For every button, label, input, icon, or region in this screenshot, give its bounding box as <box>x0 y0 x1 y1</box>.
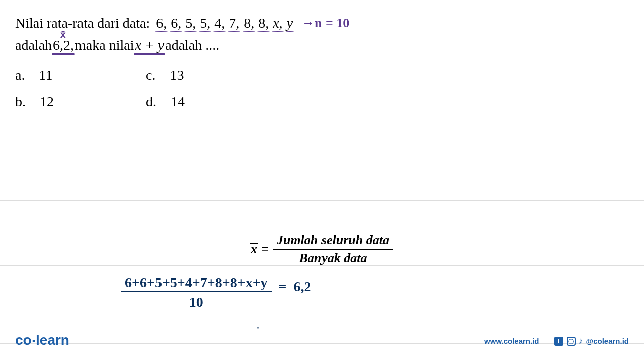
handwritten-equals: = <box>279 279 287 295</box>
brand-logo: co·learn <box>15 332 69 350</box>
question-prefix: Nilai rata-rata dari data: <box>15 15 150 31</box>
logo-dot: · <box>32 333 36 349</box>
annotation-n: n = 10 <box>315 16 349 31</box>
formula-fraction: Jumlah seluruh data Banyak data <box>273 233 393 266</box>
handwritten-equation: 6+6+5+5+4+7+8+8+x+y 10 = 6,2 <box>121 275 311 310</box>
social-links: f ◯ ♪ @colearn.id <box>554 336 629 346</box>
data-item: 8, <box>242 15 256 31</box>
option-letter: d. <box>146 94 156 110</box>
ruled-line <box>0 223 644 223</box>
formula-denominator: Banyak data <box>295 250 371 266</box>
formula-xbar: x <box>251 242 257 257</box>
mean-value: 6,2, <box>52 37 75 53</box>
formula-equals: = <box>261 242 269 257</box>
data-item: 6, <box>169 15 183 31</box>
expr-xplusy: x + y <box>134 37 165 53</box>
option-letter: a. <box>15 67 25 83</box>
question-content: Nilai rata-rata dari data: 6, 6, 5, 5, 4… <box>0 0 644 110</box>
formula-numerator: Jumlah seluruh data <box>273 233 393 249</box>
data-item: 5, <box>183 15 198 31</box>
word-end: adalah .... <box>165 37 219 53</box>
mean-formula: x = Jumlah seluruh data Banyak data <box>0 233 644 266</box>
option-a: a. 11 <box>15 67 146 83</box>
handwritten-numerator: 6+6+5+5+4+7+8+8+x+y <box>121 275 272 292</box>
ruled-line <box>0 321 644 321</box>
ruled-line <box>0 301 644 301</box>
footer-right: www.colearn.id f ◯ ♪ @colearn.id <box>484 336 629 346</box>
option-letter: c. <box>146 67 155 83</box>
data-item-x: x, <box>271 15 284 31</box>
footer: co·learn www.colearn.id f ◯ ♪ @colearn.i… <box>15 332 629 350</box>
option-value: 12 <box>40 94 54 110</box>
word-adalah: adalah <box>15 37 52 53</box>
answer-options: a. 11 c. 13 b. 12 d. 14 <box>15 67 629 110</box>
tiktok-icon: ♪ <box>579 336 583 346</box>
option-value: 13 <box>170 67 184 83</box>
facebook-icon: f <box>554 337 564 346</box>
social-handle: @colearn.id <box>586 337 629 345</box>
handwritten-fraction: 6+6+5+5+4+7+8+8+x+y 10 <box>121 275 272 310</box>
annotation-arrow: → <box>302 16 315 31</box>
data-item: 5, <box>198 15 212 31</box>
instagram-icon: ◯ <box>567 337 576 346</box>
option-d: d. 14 <box>146 94 277 110</box>
data-item: 4, <box>212 15 227 31</box>
option-value: 14 <box>171 94 185 110</box>
data-item: 7, <box>227 15 242 31</box>
logo-learn: learn <box>36 332 69 348</box>
word-maka: maka nilai <box>75 37 134 53</box>
question-line-2: adalah 6,2, maka nilai x + y adalah .... <box>15 37 629 53</box>
option-b: b. 12 <box>15 94 146 110</box>
logo-co: co <box>15 332 32 348</box>
footer-url: www.colearn.id <box>484 337 539 345</box>
handwritten-result: 6,2 <box>294 279 311 295</box>
handwritten-denominator: 10 <box>189 292 203 310</box>
data-item-y: y <box>285 15 295 31</box>
question-line-1: Nilai rata-rata dari data: 6, 6, 5, 5, 4… <box>15 15 629 31</box>
option-letter: b. <box>15 94 26 110</box>
option-value: 11 <box>39 67 52 83</box>
ruled-line <box>0 200 644 201</box>
option-c: c. 13 <box>146 67 277 83</box>
data-item: 6, <box>154 15 169 31</box>
data-item: 8, <box>256 15 271 31</box>
